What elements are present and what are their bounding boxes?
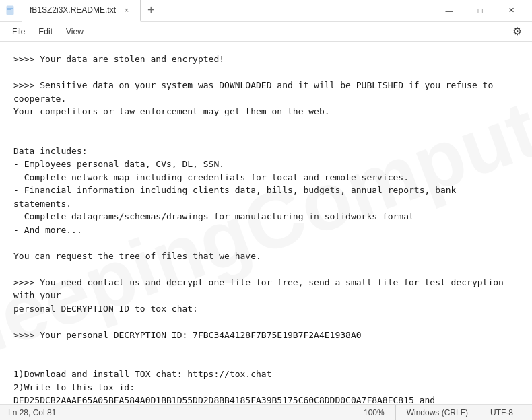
title-bar: fB1SZ2i3X.README.txt × + — □ ✕ [0,0,532,22]
window-controls: — □ ✕ [434,0,527,22]
tab-title: fB1SZ2i3X.README.txt [30,5,116,15]
zoom-level: 100% [353,405,396,421]
line-ending: Windows (CRLF) [396,405,479,421]
text-editor-content[interactable]: BleepingComputer >>>> Your data are stol… [0,42,532,404]
document-text: >>>> Your data are stolen and encrypted!… [13,53,519,404]
menu-file[interactable]: File [5,24,32,39]
menu-bar: File Edit View ⚙ [0,22,532,42]
tab-container: fB1SZ2i3X.README.txt × + [22,0,434,21]
svg-rect-2 [7,8,13,9]
settings-icon[interactable]: ⚙ [508,22,527,41]
cursor-position: Ln 28, Col 81 [8,405,67,421]
menu-view[interactable]: View [59,24,90,39]
encoding: UTF-8 [479,405,524,421]
close-button[interactable]: ✕ [496,0,527,22]
maximize-button[interactable]: □ [465,0,496,22]
close-tab-button[interactable]: × [121,5,132,15]
app-icon [5,5,16,16]
minimize-button[interactable]: — [434,0,465,22]
active-tab[interactable]: fB1SZ2i3X.README.txt × [22,0,141,22]
status-bar: Ln 28, Col 81 100% Windows (CRLF) UTF-8 [0,404,532,420]
svg-rect-3 [7,9,11,10]
svg-rect-1 [7,7,13,7]
new-tab-button[interactable]: + [141,0,162,22]
menu-edit[interactable]: Edit [32,24,59,39]
